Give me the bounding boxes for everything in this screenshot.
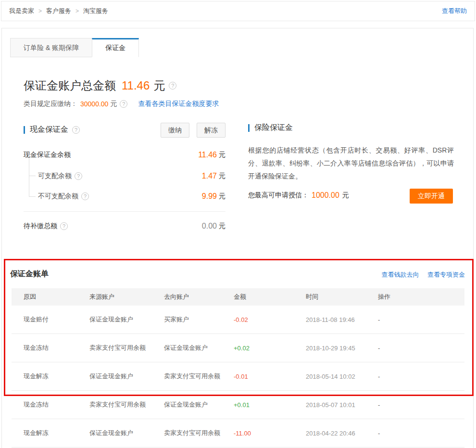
cell-action: - xyxy=(378,401,464,409)
tab-bar: 订单险 & 账期保障 保证金 xyxy=(10,38,139,57)
cash-deposit-header: 现金保证金 xyxy=(24,125,80,135)
cell-reason: 现金冻结 xyxy=(24,400,89,409)
unfreeze-button[interactable]: 解冻 xyxy=(197,123,225,138)
section-bar xyxy=(248,124,250,132)
unit-label: 元 xyxy=(219,222,225,230)
cash-deposit-title: 现金保证金 xyxy=(30,125,68,135)
cash-balance-value: 11.46 xyxy=(198,151,217,159)
credit-limit-unit: 元 xyxy=(342,191,349,200)
bill-table-row: 现金解冻保证金现金账户卖家支付宝可用余额-0.012018-05-14 10:0… xyxy=(12,362,464,391)
cell-amount: +0.01 xyxy=(234,401,306,409)
cell-amount: +0.02 xyxy=(234,345,306,352)
cell-reason: 现金解冻 xyxy=(24,429,89,437)
help-icon[interactable] xyxy=(75,172,82,180)
cell-reason: 现金赔付 xyxy=(24,315,89,324)
unit-label: 元 xyxy=(219,192,225,201)
credit-limit-line: 您最高可申请授信： 1000.00 元 xyxy=(248,191,349,200)
deposit-total-label: 保证金账户总金额 xyxy=(24,78,116,93)
cell-time: 2018-05-14 10:02 xyxy=(306,373,378,380)
cash-deposit-panel: 现金保证金 缴纳 解冻 现金保证金余额 11.46 元 可支配余额 1.47 元 xyxy=(24,123,225,138)
pay-deposit-button[interactable]: 缴纳 xyxy=(161,123,189,138)
available-balance-value: 1.47 xyxy=(202,172,217,180)
bill-table-row: 现金冻结卖家支付宝可用余额保证金现金账户+0.022018-10-29 19:4… xyxy=(12,334,464,362)
tree-connector xyxy=(29,196,36,197)
category-requirement-link[interactable]: 查看各类目保证金额度要求 xyxy=(138,100,219,108)
cell-reason: 现金冻结 xyxy=(24,344,89,352)
cell-destination-account: 保证金现金账户 xyxy=(164,344,234,352)
deposit-total-heading: 保证金账户总金额 11.46 元 xyxy=(24,78,176,93)
cell-action: - xyxy=(378,430,464,437)
cell-time: 2018-11-08 19:46 xyxy=(306,316,378,323)
main-card: 订单险 & 账期保障 保证金 保证金账户总金额 11.46 元 类目规定应缴纳：… xyxy=(1,28,474,448)
tab-order-insurance[interactable]: 订单险 & 账期保障 xyxy=(10,38,92,57)
help-icon[interactable] xyxy=(72,126,80,134)
breadcrumb-item-customer-service[interactable]: 客户服务 xyxy=(46,7,71,15)
breadcrumb-item-seller[interactable]: 我是卖家 xyxy=(9,7,34,15)
credit-limit-amount: 1000.00 xyxy=(312,191,339,200)
cash-balance-label: 现金保证金余额 xyxy=(24,151,71,159)
view-help-link[interactable]: 查看帮助 xyxy=(442,7,467,15)
unavailable-balance-value: 9.99 xyxy=(202,192,217,201)
cell-action: - xyxy=(378,373,464,380)
column-header-reason: 原因 xyxy=(24,293,89,301)
column-header-time: 时间 xyxy=(306,293,378,301)
bill-table-body: 现金赔付保证金现金账户买家账户-0.022018-11-08 19:46-现金冻… xyxy=(12,306,464,448)
breadcrumb-item-taobao-service: 淘宝服务 xyxy=(83,7,108,15)
view-special-fund-link[interactable]: 查看专项资金 xyxy=(427,271,465,278)
insurance-deposit-header: 保险保证金 xyxy=(248,123,454,133)
cell-time: 2018-10-29 19:45 xyxy=(306,345,378,352)
open-now-button[interactable]: 立即开通 xyxy=(410,189,453,204)
pending-amount-label: 待补缴总额 xyxy=(24,222,57,230)
cell-destination-account: 卖家支付宝可用余额 xyxy=(164,372,234,381)
column-header-action: 操作 xyxy=(378,293,464,301)
bill-table: 原因 来源账户 去向账户 金额 时间 操作 现金赔付保证金现金账户买家账户-0.… xyxy=(12,288,464,448)
available-balance-row: 可支配余额 1.47 元 xyxy=(38,171,225,181)
divider xyxy=(24,211,225,212)
pending-amount-value: 0.00 xyxy=(202,222,217,230)
tree-connector xyxy=(29,176,36,176)
cell-destination-account: 买家账户 xyxy=(164,315,234,324)
pending-amount-row: 待补缴总额 0.00 元 xyxy=(24,221,225,231)
cell-source-account: 卖家支付宝可用余额 xyxy=(89,344,164,352)
unit-label: 元 xyxy=(219,172,225,180)
unavailable-balance-row: 不可支配余额 9.99 元 xyxy=(38,191,225,202)
bill-table-row: 现金解冻保证金现金账户卖家支付宝可用余额-11.002018-04-22 20:… xyxy=(12,419,464,448)
cell-source-account: 卖家支付宝可用余额 xyxy=(89,400,164,409)
cell-amount: -0.02 xyxy=(234,316,306,323)
cell-action: - xyxy=(378,316,464,323)
required-deposit-line: 类目规定应缴纳： 30000.00 元 查看各类目保证金额度要求 xyxy=(24,100,219,108)
cell-amount: -11.00 xyxy=(234,430,306,437)
cell-destination-account: 卖家支付宝可用余额 xyxy=(164,429,234,437)
insurance-deposit-title: 保险保证金 xyxy=(254,123,293,133)
bill-table-header: 原因 来源账户 去向账户 金额 时间 操作 xyxy=(12,288,464,306)
cell-reason: 现金解冻 xyxy=(24,372,89,381)
page: 我是卖家 > 客户服务 > 淘宝服务 查看帮助 订单险 & 账期保障 保证金 保… xyxy=(0,0,476,448)
column-header-amount: 金额 xyxy=(234,293,306,301)
required-deposit-label: 类目规定应缴纳： xyxy=(24,100,77,108)
cell-destination-account: 保证金现金账户 xyxy=(164,400,234,409)
cell-action: - xyxy=(378,345,464,352)
column-header-destination: 去向账户 xyxy=(164,293,234,301)
help-icon[interactable] xyxy=(169,82,176,90)
available-balance-label: 可支配余额 xyxy=(38,172,72,180)
insurance-description: 根据您的店铺经营状态（包含开店时长、交易额、好评率、DSR评分、退款率、纠纷率、… xyxy=(248,144,454,183)
required-deposit-amount: 30000.00 xyxy=(80,100,108,108)
help-icon[interactable] xyxy=(60,222,68,230)
help-icon[interactable] xyxy=(120,100,127,108)
deposit-total-amount: 11.46 xyxy=(122,79,150,92)
tree-connector xyxy=(29,158,29,197)
breadcrumb-bar: 我是卖家 > 客户服务 > 淘宝服务 查看帮助 xyxy=(1,1,475,21)
section-bar xyxy=(24,126,25,134)
view-money-flow-link[interactable]: 查看钱款去向 xyxy=(381,271,419,278)
cell-time: 2018-05-07 10:01 xyxy=(306,401,378,409)
cash-balance-row: 现金保证金余额 11.46 元 xyxy=(24,150,225,160)
tab-deposit[interactable]: 保证金 xyxy=(92,38,139,57)
help-icon[interactable] xyxy=(81,192,89,200)
bill-table-row: 现金冻结卖家支付宝可用余额保证金现金账户+0.012018-05-07 10:0… xyxy=(12,391,464,419)
breadcrumb-separator: > xyxy=(38,8,42,14)
breadcrumb-separator: > xyxy=(75,8,79,14)
cell-source-account: 保证金现金账户 xyxy=(89,372,164,381)
unit-label: 元 xyxy=(219,151,225,159)
credit-limit-label: 您最高可申请授信： xyxy=(248,191,309,200)
deposit-total-unit: 元 xyxy=(153,78,165,93)
